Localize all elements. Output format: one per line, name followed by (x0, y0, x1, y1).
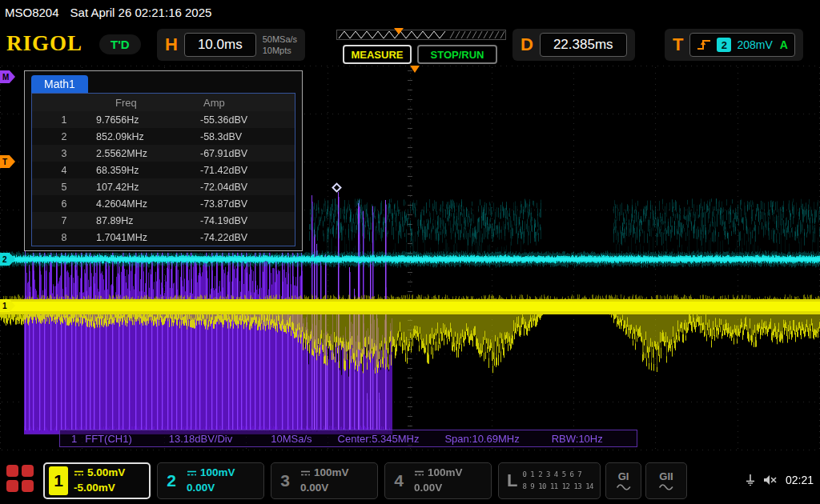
channel-1-box[interactable]: 1 5.00mV -5.00mV (43, 462, 151, 499)
memory-position-strip[interactable] (336, 28, 506, 41)
row-index: 1 (32, 114, 96, 126)
math-table-row: 787.89Hz-74.19dBV (32, 212, 295, 229)
memory-depth: 10Mpts (263, 45, 297, 56)
channel-3-box[interactable]: 3 100mV 0.00V (271, 462, 378, 499)
row-amp: -74.19dBV (200, 215, 295, 226)
trigger-mode-indicator: A (780, 38, 788, 51)
fft-scale: 13.18dBV/Div (169, 433, 233, 445)
row-freq: 68.359Hz (96, 165, 200, 176)
row-amp: -58.3dBV (200, 131, 295, 142)
header-freq-col: Freq (96, 97, 200, 109)
measure-button[interactable]: MEASURE (343, 45, 412, 64)
channel-3-offset: 0.00V (300, 481, 349, 496)
math-table-header: Freq Amp (32, 94, 295, 111)
fft-source: FFT(CH1) (85, 433, 132, 445)
row-freq: 852.09kHz (96, 131, 200, 142)
stop-run-button[interactable]: STOP/RUN (417, 45, 497, 64)
system-clock: 02:21 (786, 474, 814, 486)
trigger-source-badge: 2 (717, 38, 731, 52)
math-table-row: 2852.09kHz-58.3dBV (32, 128, 295, 145)
fft-peak-table: Freq Amp 19.7656Hz-55.36dBV 2852.09kHz-5… (31, 93, 295, 246)
dc-coupling-icon (300, 470, 311, 477)
logic-row-1: 0 1 2 3 4 5 6 7 (522, 469, 596, 481)
row-index: 7 (32, 215, 96, 226)
waveform-area[interactable]: M T 2 1 Math1 Freq Amp 19.7656Hz-55.36dB… (0, 66, 820, 450)
delay-value[interactable]: 22.385ms (540, 33, 627, 57)
menu-dot (6, 480, 18, 492)
channel-1-scale: 5.00mV (87, 466, 125, 481)
row-amp: -55.36dBV (200, 114, 295, 126)
row-index: 3 (32, 148, 96, 159)
horizontal-settings[interactable]: H 10.0ms 50MSa/s 10Mpts (157, 29, 305, 61)
row-index: 8 (32, 232, 96, 243)
trigger-level-value: 208mV (737, 38, 772, 51)
row-freq: 2.5562MHz (96, 148, 200, 159)
channel-2-box[interactable]: 2 100mV 0.00V (157, 462, 264, 499)
row-amp: -71.42dBV (200, 165, 295, 176)
delay-settings[interactable]: D 22.385ms (512, 29, 635, 61)
row-index: 4 (32, 165, 96, 176)
row-freq: 9.7656Hz (96, 114, 200, 126)
horizontal-label: H (165, 34, 178, 55)
channel-2-offset: 0.00V (187, 481, 235, 496)
channel-4-offset: 0.00V (414, 481, 463, 496)
fft-status-bar[interactable]: 1 FFT(CH1) 13.18dBV/Div 10MSa/s Center:5… (59, 430, 637, 447)
sine-wave-icon (617, 483, 631, 491)
trigger-position-marker[interactable] (410, 66, 420, 73)
generator-2-label: GII (659, 470, 673, 482)
math-table-row: 19.7656Hz-55.36dBV (32, 111, 295, 128)
sine-wave-icon (659, 483, 673, 491)
logic-label: L (499, 470, 522, 491)
trigger-slope-icon (697, 38, 711, 51)
system-status-icons: 02:21 (746, 456, 814, 504)
rigol-logo: RIGOL (6, 31, 82, 56)
row-freq: 1.7041MHz (96, 232, 200, 243)
top-status-bar: MSO8204 Sat April 26 02:21:16 2025 (0, 0, 820, 24)
trigger-info-box[interactable]: 2 208mV A (689, 33, 794, 57)
generator-1-label: GI (618, 470, 629, 482)
channel-4-box[interactable]: 4 100mV 0.00V (384, 462, 492, 499)
fft-channel-number: 1 (71, 433, 77, 445)
logic-row-2: 8 9 10 11 12 13 14 15 (522, 481, 596, 493)
channel-3-badge: 3 (275, 466, 295, 495)
date-time: Sat April 26 02:21:16 2025 (70, 6, 212, 19)
speaker-muted-icon[interactable] (763, 474, 778, 486)
menu-dot (22, 465, 34, 477)
math-measurement-panel[interactable]: Math1 Freq Amp 19.7656Hz-55.36dBV 2852.0… (24, 70, 303, 251)
trigger-settings[interactable]: T 2 208mV A (665, 29, 803, 61)
probe-ground-icon (746, 474, 755, 486)
channel-4-badge: 4 (389, 466, 408, 495)
memory-waveform-icon (336, 28, 506, 41)
fft-span: Span:10.69MHz (444, 433, 519, 445)
math-table-row: 64.2604MHz-73.87dBV (32, 195, 295, 212)
fft-sample-rate: 10MSa/s (271, 433, 312, 445)
acquisition-rates: 50MSa/s 10Mpts (263, 34, 297, 57)
row-freq: 107.42Hz (96, 182, 200, 193)
row-index: 2 (32, 131, 96, 142)
channel-2-badge: 2 (162, 466, 181, 495)
math-panel-tab[interactable]: Math1 (31, 75, 88, 93)
channel-3-scale: 100mV (314, 466, 349, 481)
row-index: 6 (32, 198, 96, 210)
channel-1-offset: -5.00mV (74, 481, 125, 496)
delay-label: D (521, 34, 533, 55)
menu-grid-icon[interactable] (6, 465, 35, 494)
generator-2-box[interactable]: GII (645, 462, 687, 499)
trigger-status-badge: T'D (99, 34, 141, 54)
menu-dot (6, 465, 18, 477)
generator-1-box[interactable]: GI (605, 462, 641, 499)
logic-channels-box[interactable]: L 0 1 2 3 4 5 6 7 8 9 10 11 12 13 14 15 (498, 462, 601, 499)
dc-coupling-icon (187, 470, 197, 477)
fft-center-freq: Center:5.345MHz (338, 433, 420, 445)
fft-rbw: RBW:10Hz (552, 433, 603, 445)
math-table-row: 468.359Hz-71.42dBV (32, 162, 295, 178)
channel-1-badge: 1 (49, 466, 68, 495)
oscilloscope-screen: MSO8204 Sat April 26 02:21:16 2025 RIGOL… (0, 0, 820, 504)
channel-4-scale: 100mV (428, 466, 463, 481)
row-amp: -67.91dBV (200, 148, 295, 159)
row-amp: -74.22dBV (200, 232, 295, 243)
dc-coupling-icon (414, 470, 424, 477)
row-amp: -73.87dBV (200, 198, 295, 210)
timebase-value[interactable]: 10.0ms (184, 33, 256, 57)
header-amp-col: Amp (200, 97, 295, 109)
